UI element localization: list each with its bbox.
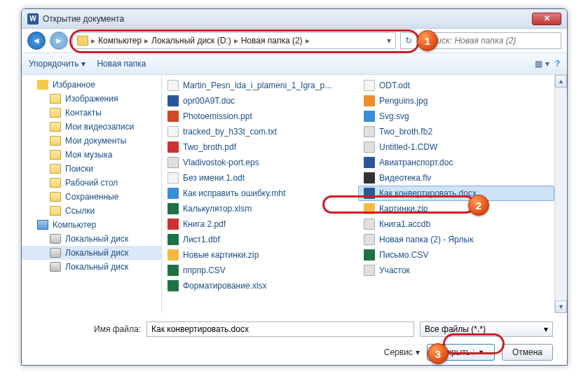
- chevron-down-icon: ▾: [544, 324, 548, 334]
- folder-icon: [50, 108, 61, 118]
- file-item[interactable]: Книга 2.pdf: [162, 216, 358, 232]
- forward-button[interactable]: ►: [50, 32, 68, 50]
- file-name: Калькулятор.xlsm: [183, 204, 252, 214]
- filetype-select[interactable]: Все файлы (*.*) ▾: [420, 321, 553, 337]
- file-item[interactable]: Как конвертировать.docx: [358, 186, 554, 201]
- open-label: Открыть: [437, 347, 470, 357]
- sidebar-item-label: Ссылки: [65, 206, 95, 216]
- file-item[interactable]: Как исправить ошибку.mht: [162, 186, 358, 201]
- sidebar-item[interactable]: Поиски: [22, 162, 161, 176]
- scroll-track[interactable]: [555, 88, 567, 300]
- chevron-right-icon: ▸: [144, 36, 149, 46]
- sidebar-item[interactable]: Компьютер: [22, 218, 161, 232]
- file-list: Martin_Pesn_lda_i_plameni_1_Igra_p...opr…: [162, 75, 567, 313]
- chevron-down-icon[interactable]: ▾: [387, 36, 391, 46]
- organize-menu[interactable]: Упорядочить ▾: [29, 59, 86, 69]
- sidebar-item-label: Локальный диск: [65, 248, 128, 258]
- file-type-icon: [364, 249, 375, 261]
- file-type-icon: [167, 203, 179, 214]
- refresh-button[interactable]: ↻: [400, 32, 417, 49]
- breadcrumb[interactable]: ▸ Компьютер ▸ Локальный диск (D:) ▸ Нова…: [72, 32, 396, 49]
- file-item[interactable]: opr00A9T.doc: [162, 93, 358, 109]
- cancel-button[interactable]: Отмена: [502, 344, 553, 361]
- file-item[interactable]: Svg.svg: [358, 109, 554, 124]
- sidebar-item[interactable]: Ссылки: [22, 204, 161, 218]
- file-item[interactable]: Photoemission.ppt: [162, 109, 358, 124]
- file-item[interactable]: Untitled-1.CDW: [358, 139, 554, 155]
- drive-icon: [50, 248, 61, 258]
- sidebar-item[interactable]: Моя музыка: [22, 148, 161, 162]
- file-item[interactable]: Лист1.dbf: [162, 232, 358, 247]
- file-type-icon: [167, 265, 179, 276]
- file-item[interactable]: Penguins.jpg: [358, 93, 554, 109]
- help-icon[interactable]: ?: [555, 59, 560, 69]
- sidebar-item[interactable]: Локальный диск: [22, 232, 161, 246]
- file-type-icon: [364, 126, 375, 137]
- view-menu-icon[interactable]: ▦ ▾: [535, 59, 549, 69]
- file-item[interactable]: ODT.odt: [358, 78, 554, 93]
- file-name: ппрпр.CSV: [183, 265, 226, 275]
- file-type-icon: [167, 172, 179, 183]
- file-item[interactable]: Vladivostok-port.eps: [162, 155, 358, 170]
- file-type-icon: [167, 126, 179, 137]
- file-item[interactable]: Книга1.accdb: [358, 216, 554, 232]
- breadcrumb-item[interactable]: Компьютер: [98, 36, 142, 46]
- window-title: Открытие документа: [43, 14, 124, 24]
- file-item[interactable]: Martin_Pesn_lda_i_plameni_1_Igra_p...: [162, 78, 358, 93]
- open-button[interactable]: Открыть ▼: [427, 344, 495, 361]
- tools-menu[interactable]: Сервис ▾: [384, 347, 420, 357]
- file-item[interactable]: Участок: [358, 263, 554, 278]
- file-item[interactable]: Two_broth.fb2: [358, 124, 554, 139]
- file-item[interactable]: tracked_by_h33t_com.txt: [162, 124, 358, 139]
- sidebar-item[interactable]: Локальный диск: [22, 246, 161, 260]
- close-button[interactable]: ✕: [532, 13, 561, 25]
- file-item[interactable]: ппрпр.CSV: [162, 263, 358, 278]
- file-item[interactable]: Без имени 1.odt: [162, 170, 358, 186]
- file-item[interactable]: Картинки.zip: [358, 201, 554, 216]
- file-name: Penguins.jpg: [379, 96, 428, 106]
- scrollbar[interactable]: ▲ ▼: [554, 75, 567, 313]
- breadcrumb-item[interactable]: Локальный диск (D:): [151, 36, 231, 46]
- comp-icon: [37, 220, 48, 230]
- new-folder-button[interactable]: Новая папка: [97, 59, 146, 69]
- folder-icon: [50, 164, 61, 174]
- sidebar-item[interactable]: Избранное: [22, 78, 161, 92]
- file-type-icon: [167, 111, 179, 122]
- star-icon: [37, 80, 48, 90]
- file-item[interactable]: Калькулятор.xlsm: [162, 201, 358, 216]
- sidebar-item[interactable]: Рабочий стол: [22, 176, 161, 190]
- scroll-down-icon[interactable]: ▼: [555, 300, 567, 313]
- file-name: Svg.svg: [379, 111, 409, 121]
- file-item[interactable]: Письмо.CSV: [358, 247, 554, 263]
- open-dialog-window: Открытие документа ✕ ◄ ► ▸ Компьютер ▸ Л…: [21, 8, 568, 366]
- back-button[interactable]: ◄: [27, 32, 46, 50]
- file-item[interactable]: Авиатранспорт.doc: [358, 155, 554, 170]
- file-type-icon: [167, 95, 179, 106]
- sidebar-item-label: Изображения: [65, 94, 118, 104]
- sidebar-item[interactable]: Локальный диск: [22, 260, 161, 274]
- file-item[interactable]: Форматирование.xlsx: [162, 278, 358, 293]
- file-type-icon: [167, 188, 179, 199]
- breadcrumb-item[interactable]: Новая папка (2): [241, 36, 303, 46]
- scroll-up-icon[interactable]: ▲: [555, 75, 567, 88]
- file-name: ODT.odt: [379, 81, 410, 90]
- sidebar-item[interactable]: Мои видеозаписи: [22, 120, 161, 134]
- folder-icon: [50, 150, 61, 160]
- file-item[interactable]: Новая папка (2) - Ярлык: [358, 232, 554, 247]
- search-input[interactable]: [421, 32, 561, 49]
- file-type-icon: [364, 111, 375, 122]
- folder-icon: [50, 206, 61, 216]
- file-item[interactable]: Новые картинки.zip: [162, 247, 358, 263]
- filename-input[interactable]: [146, 321, 414, 337]
- file-type-icon: [364, 157, 375, 168]
- sidebar-item[interactable]: Контакты: [22, 106, 161, 120]
- file-name: Форматирование.xlsx: [183, 281, 267, 291]
- sidebar-item[interactable]: Сохраненные: [22, 190, 161, 204]
- file-item[interactable]: Two_broth.pdf: [162, 139, 358, 155]
- file-item[interactable]: Видеотека.flv: [358, 170, 554, 186]
- sidebar-item[interactable]: Мои документы: [22, 134, 161, 148]
- chevron-down-icon: ▾: [81, 59, 86, 69]
- file-name: Untitled-1.CDW: [379, 142, 437, 152]
- nav-bar: ◄ ► ▸ Компьютер ▸ Локальный диск (D:) ▸ …: [22, 29, 567, 53]
- sidebar-item[interactable]: Изображения: [22, 92, 161, 106]
